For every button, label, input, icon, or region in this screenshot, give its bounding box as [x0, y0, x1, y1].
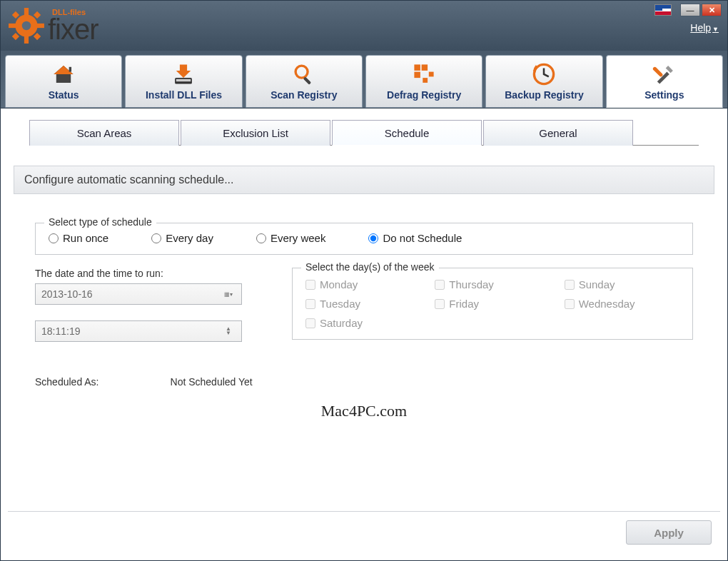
checkbox-input[interactable]	[565, 299, 575, 309]
svg-rect-8	[34, 33, 41, 40]
form-area: Select type of schedule Run once Every d…	[14, 194, 714, 435]
radio-every-week[interactable]: Every week	[256, 232, 326, 244]
date-value: 2013-10-16	[41, 288, 93, 300]
radio-input[interactable]	[368, 233, 378, 243]
scheduled-as-label: Scheduled As:	[35, 376, 99, 388]
check-label: Friday	[449, 298, 479, 310]
checkbox-input[interactable]	[305, 318, 315, 328]
days-fieldset: Select the day(s) of the week Monday Thu…	[292, 268, 693, 340]
logo-big-text: fixer	[48, 15, 98, 44]
check-sunday[interactable]: Sunday	[565, 278, 679, 290]
close-button[interactable]: ✕	[702, 4, 722, 16]
radio-input[interactable]	[49, 233, 59, 243]
checkbox-input[interactable]	[565, 280, 575, 290]
tab-label: Defrag Registry	[387, 89, 461, 101]
download-icon	[171, 62, 196, 86]
check-label: Saturday	[320, 317, 363, 329]
days-legend: Select the day(s) of the week	[301, 261, 439, 273]
svg-rect-3	[9, 24, 16, 28]
clock-icon	[532, 62, 556, 86]
content-area: Scan Areas Exclusion List Schedule Gener…	[1, 108, 727, 560]
tab-label: Install DLL Files	[146, 89, 222, 101]
svg-point-16	[295, 66, 308, 78]
header-bar: DLL-files fixer — ✕ Help▼	[1, 1, 727, 51]
search-icon	[292, 62, 316, 86]
svg-rect-2	[24, 36, 29, 44]
check-friday[interactable]: Friday	[435, 298, 550, 310]
footer: Apply	[8, 511, 720, 553]
help-link[interactable]: Help▼	[690, 22, 719, 34]
panel-title: Configure automatic scanning schedule...	[14, 166, 714, 194]
home-icon	[51, 62, 76, 86]
svg-rect-6	[34, 11, 41, 19]
time-input[interactable]: 18:11:19 ▲▼	[35, 320, 242, 342]
panel: Configure automatic scanning schedule...…	[14, 166, 714, 435]
check-saturday[interactable]: Saturday	[305, 317, 420, 329]
svg-rect-4	[37, 24, 44, 28]
tab-backup-registry[interactable]: Backup Registry	[485, 55, 602, 108]
datetime-column: The date and the time to run: 2013-10-16…	[35, 268, 263, 358]
svg-rect-25	[652, 66, 663, 78]
radio-input[interactable]	[256, 233, 266, 243]
tab-install-dll[interactable]: Install DLL Files	[125, 55, 242, 108]
svg-rect-5	[12, 11, 19, 19]
svg-rect-18	[415, 64, 421, 71]
main-tabs: Status Install DLL Files Scan Registry D…	[1, 51, 727, 108]
svg-marker-15	[176, 64, 191, 78]
subtab-scan-areas[interactable]: Scan Areas	[29, 120, 179, 146]
schedule-type-fieldset: Select type of schedule Run once Every d…	[35, 223, 693, 255]
checkbox-input[interactable]	[305, 299, 315, 309]
svg-rect-20	[415, 72, 421, 79]
scheduled-as-value: Not Scheduled Yet	[171, 376, 253, 388]
check-label: Wednesday	[579, 298, 635, 310]
check-label: Tuesday	[320, 298, 360, 310]
app-window: DLL-files fixer — ✕ Help▼ Status Install…	[0, 0, 728, 561]
minimize-button[interactable]: —	[680, 4, 700, 16]
radio-do-not-schedule[interactable]: Do not Schedule	[368, 232, 462, 244]
tab-label: Backup Registry	[505, 89, 583, 101]
check-label: Sunday	[579, 278, 615, 290]
check-label: Thursday	[449, 278, 494, 290]
tab-label: Settings	[644, 89, 684, 101]
check-tuesday[interactable]: Tuesday	[305, 298, 420, 310]
radio-label: Run once	[63, 232, 108, 244]
blocks-icon	[412, 62, 436, 86]
svg-rect-22	[423, 78, 428, 83]
tab-settings[interactable]: Settings	[606, 55, 723, 108]
radio-label: Every day	[166, 232, 213, 244]
subtab-label: Schedule	[385, 127, 430, 139]
check-monday[interactable]: Monday	[305, 278, 420, 290]
tab-label: Status	[49, 89, 79, 101]
tab-scan-registry[interactable]: Scan Registry	[246, 55, 363, 108]
date-input[interactable]: 2013-10-16 ▦▾	[35, 283, 242, 305]
tab-status[interactable]: Status	[5, 55, 122, 108]
check-thursday[interactable]: Thursday	[435, 278, 550, 290]
svg-rect-7	[12, 33, 19, 40]
tab-defrag-registry[interactable]: Defrag Registry	[365, 55, 482, 108]
svg-point-9	[22, 21, 31, 30]
subtab-general[interactable]: General	[483, 120, 633, 146]
subtab-label: General	[539, 127, 577, 139]
checkbox-input[interactable]	[435, 280, 445, 290]
help-label: Help	[690, 22, 711, 34]
time-value: 18:11:19	[41, 325, 81, 337]
apply-button[interactable]: Apply	[626, 520, 712, 545]
radio-input[interactable]	[151, 233, 161, 243]
chevron-down-icon: ▼	[712, 26, 719, 33]
language-flag-icon[interactable]	[654, 4, 672, 16]
radio-every-day[interactable]: Every day	[151, 232, 213, 244]
check-wednesday[interactable]: Wednesday	[565, 298, 679, 310]
datetime-label: The date and the time to run:	[35, 268, 263, 279]
checkbox-input[interactable]	[305, 280, 315, 290]
spinner-icon[interactable]: ▲▼	[221, 327, 236, 335]
subtab-exclusion-list[interactable]: Exclusion List	[181, 120, 330, 146]
svg-rect-14	[176, 79, 191, 81]
checkbox-input[interactable]	[435, 299, 445, 309]
tools-icon	[652, 62, 677, 86]
svg-rect-12	[69, 67, 71, 72]
subtab-schedule[interactable]: Schedule	[332, 120, 482, 146]
sub-tabs: Scan Areas Exclusion List Schedule Gener…	[29, 120, 699, 146]
calendar-dropdown-icon[interactable]: ▦▾	[221, 291, 236, 298]
svg-rect-21	[429, 72, 434, 77]
radio-run-once[interactable]: Run once	[49, 232, 108, 244]
